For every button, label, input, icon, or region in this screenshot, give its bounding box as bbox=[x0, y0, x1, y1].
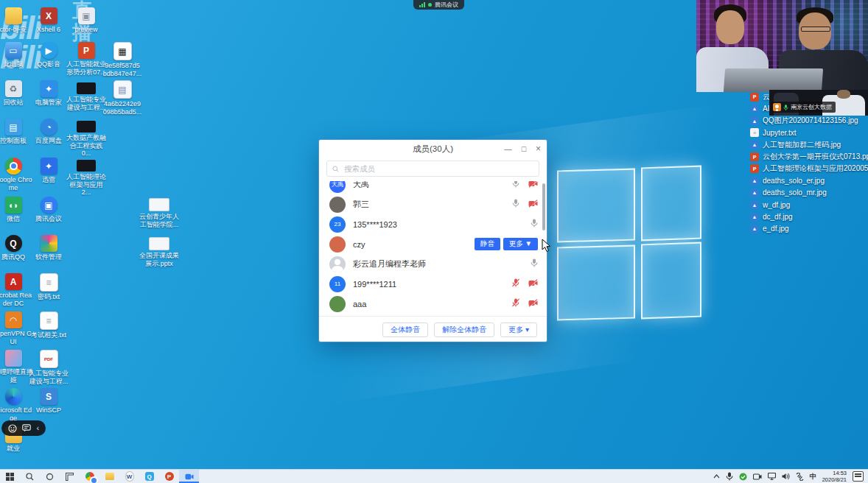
unmute-all-button[interactable]: 解除全体静音 bbox=[434, 322, 494, 337]
member-avatar bbox=[329, 316, 346, 317]
desktop-icon-label: 电脑管家 bbox=[35, 99, 62, 107]
maximize-button[interactable]: □ bbox=[522, 144, 526, 153]
tray-ime-indicator[interactable]: 中 bbox=[810, 472, 816, 482]
member-row[interactable]: 大禹大禹 bbox=[319, 181, 547, 194]
mute-member-button[interactable]: 静音 bbox=[475, 238, 500, 250]
desktop-icon[interactable]: ✦迅雷 bbox=[29, 158, 69, 184]
desktop-icon-label: 此电脑 bbox=[4, 60, 24, 68]
member-name: 彩云追月编程李老师 bbox=[353, 258, 426, 269]
chat-icon[interactable] bbox=[22, 424, 31, 432]
member-name: 大禹 bbox=[353, 181, 369, 190]
member-more-button[interactable]: 更多 ▼ bbox=[503, 238, 538, 250]
member-search-box[interactable] bbox=[326, 161, 539, 177]
desktop-icon-label: 大数据产教融 合工程实践0... bbox=[66, 134, 106, 158]
member-row[interactable] bbox=[319, 314, 547, 316]
desktop-icon[interactable]: 云创青少年人 工智能学院... bbox=[139, 196, 179, 228]
taskbar-taskview-icon[interactable] bbox=[60, 470, 80, 483]
member-row[interactable]: 23135****1923 bbox=[319, 214, 547, 234]
ppt-file-icon: P bbox=[750, 93, 759, 102]
dialog-titlebar[interactable]: 成员(30人) — □ × bbox=[319, 140, 547, 158]
desktop-icon[interactable]: ▤4a6b2242e9 098b5bad5... bbox=[102, 80, 142, 116]
taskbar-tim-icon[interactable]: Q bbox=[139, 470, 159, 483]
taskbar-start-icon[interactable] bbox=[0, 470, 20, 483]
member-row[interactable]: 彩云追月编程李老师 bbox=[319, 254, 547, 274]
desktop-icon[interactable]: ≡考试相关.txt bbox=[29, 311, 69, 339]
desktop-icon-label: 腾讯会议 bbox=[35, 215, 62, 223]
taskbar-clock[interactable]: 14:53 2020/8/21 bbox=[822, 470, 847, 483]
taskbar-word-icon[interactable]: W bbox=[119, 470, 139, 483]
desktop-icon[interactable]: 全国开课成果 展示.pptx bbox=[139, 235, 179, 267]
desktop-icon[interactable]: ▦9e58f587d5 bdb847e47... bbox=[102, 42, 142, 77]
desktop-icon[interactable]: XXshell 6 bbox=[29, 7, 69, 34]
file-list-item[interactable]: ▲人工智能加群二维码.jpg bbox=[750, 139, 841, 150]
file-list-item[interactable]: ▲dc_df.jpg bbox=[750, 211, 793, 222]
member-avatar bbox=[329, 236, 346, 253]
recording-dot-icon bbox=[428, 3, 432, 7]
taskbar-powerpoint-icon[interactable]: P bbox=[159, 470, 179, 483]
desktop-icon-label: 人工智能专业 建设与工程... bbox=[29, 370, 69, 385]
tray-mic-icon[interactable] bbox=[726, 472, 733, 481]
desktop-icon[interactable]: 软件管理 bbox=[29, 235, 69, 261]
desktop-icon[interactable]: PDF人工智能专业 建设与工程... bbox=[29, 350, 69, 385]
tray-volume-icon[interactable] bbox=[782, 473, 790, 480]
desktop-icon[interactable]: SWinSCP bbox=[29, 388, 69, 415]
file-list-item[interactable]: ▲w_df.jpg bbox=[750, 200, 790, 211]
collapse-chevron-icon[interactable]: ‹ bbox=[37, 424, 40, 432]
emoji-icon[interactable] bbox=[8, 424, 17, 433]
desktop-icon[interactable]: ◔百度网盘 bbox=[29, 119, 69, 145]
file-list-item[interactable]: ▲deaths_solo_mr.jpg bbox=[750, 187, 827, 198]
window-pane bbox=[641, 242, 701, 320]
footer-more-button[interactable]: 更多 ▾ bbox=[500, 322, 537, 337]
file-list-item[interactable]: ▲e_df.jpg bbox=[750, 223, 789, 234]
member-row[interactable]: czy静音更多 ▼ bbox=[319, 234, 547, 254]
txt-file-icon: ≡ bbox=[750, 128, 759, 137]
file-list-item[interactable]: P云创大学第一期开班仪式0713.pptx bbox=[750, 152, 868, 163]
desktop-icon-label: Acrobat Rea der DC bbox=[0, 292, 32, 307]
desktop-icon[interactable]: 人工智能理论 框架与应用2... bbox=[66, 158, 106, 197]
img-file-icon: ▲ bbox=[750, 177, 759, 186]
taskbar-cortana-icon[interactable] bbox=[40, 470, 60, 483]
member-row[interactable]: 11199****1211 bbox=[319, 274, 547, 294]
openvpn-icon: ◠ bbox=[5, 311, 22, 328]
member-avatar bbox=[329, 197, 346, 213]
desktop-icon[interactable]: ≡密码.txt bbox=[29, 273, 69, 301]
window-pane bbox=[557, 245, 635, 321]
taskbar-chrome-icon[interactable] bbox=[80, 470, 99, 483]
taskbar-meeting-icon[interactable] bbox=[179, 470, 199, 483]
mic-icon bbox=[512, 181, 519, 190]
img-file-icon: ▲ bbox=[750, 213, 759, 222]
minimize-button[interactable]: — bbox=[504, 144, 512, 153]
desktop-icon[interactable]: ▣腾讯会议 bbox=[29, 197, 69, 223]
desktop-icon[interactable]: 人工智能专业 建设与工程... bbox=[66, 80, 106, 111]
tray-monitor-icon[interactable] bbox=[768, 473, 776, 480]
tray-shield-icon[interactable] bbox=[739, 473, 747, 481]
tray-link-icon[interactable] bbox=[796, 473, 804, 481]
desktop-icon[interactable]: ▶QQ影音 bbox=[29, 42, 69, 68]
desktop-icon[interactable]: ▣preview bbox=[66, 7, 106, 34]
desktop-icon-label: 回收站 bbox=[4, 99, 24, 107]
imgblack-icon bbox=[77, 82, 96, 94]
close-button[interactable]: × bbox=[536, 144, 541, 154]
member-row[interactable]: 郭三 bbox=[319, 194, 547, 214]
search-input[interactable] bbox=[343, 163, 533, 174]
scrollbar-thumb[interactable] bbox=[542, 183, 545, 230]
action-center-icon[interactable] bbox=[853, 471, 864, 482]
ppt-file-icon: P bbox=[750, 152, 759, 161]
desktop-icon[interactable]: 大数据产教融 合工程实践0... bbox=[66, 119, 106, 158]
edge-icon bbox=[5, 388, 22, 405]
tray-chevron-up-icon[interactable] bbox=[713, 474, 720, 479]
taskbar-search-icon[interactable] bbox=[20, 470, 40, 483]
file-list-item[interactable]: ≡Jupyter.txt bbox=[750, 127, 797, 138]
desktop-icon-label: 4a6b2242e9 098b5bad5... bbox=[103, 100, 142, 116]
meeting-status-pill[interactable]: 腾讯会议 bbox=[413, 0, 464, 10]
file-list-item[interactable]: ▲QQ图片20200714123156.jpg bbox=[750, 116, 858, 127]
file-list-item[interactable]: P人工智能理论框架与应用20200506.pptx bbox=[750, 163, 868, 174]
desktop-icon[interactable]: P人工智能就业 形势分析07... bbox=[66, 42, 106, 76]
member-row[interactable]: aaa bbox=[319, 294, 547, 314]
mute-all-button[interactable]: 全体静音 bbox=[382, 322, 428, 337]
participant-head bbox=[837, 90, 850, 99]
desktop-icon[interactable]: ✦电脑管家 bbox=[29, 80, 69, 107]
file-list-item[interactable]: ▲deaths_solo_er.jpg bbox=[750, 175, 825, 186]
taskbar-explorer-icon[interactable] bbox=[99, 470, 119, 483]
tray-camera-icon[interactable] bbox=[753, 473, 762, 480]
